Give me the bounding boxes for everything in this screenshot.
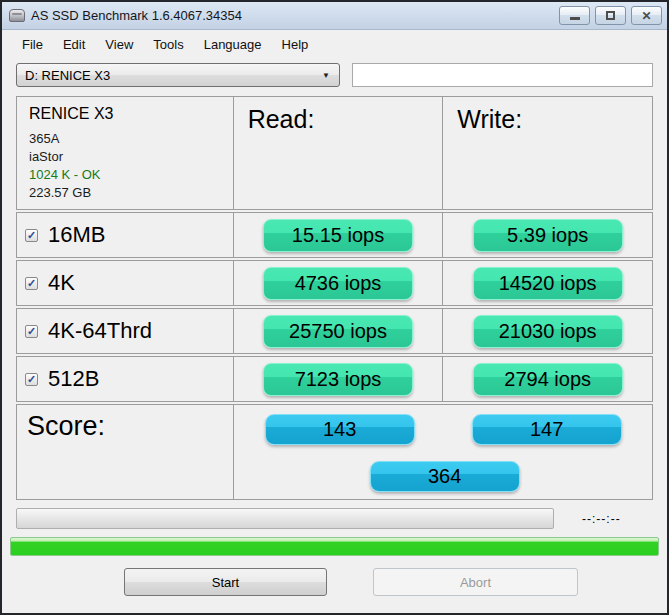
start-button[interactable]: Start (124, 568, 327, 596)
drive-selector-dropdown[interactable]: D: RENICE X3 ▼ (16, 63, 340, 87)
read-result-badge: 15.15 iops (263, 219, 413, 252)
benchmark-table: RENICE X3 365A iaStor 1024 K - OK 223.57… (16, 96, 653, 500)
menu-language[interactable]: Language (194, 34, 272, 55)
test-row-4k-64thrd: ✓ 4K-64Thrd 25750 iops 21030 iops (16, 308, 653, 354)
checkbox-16mb[interactable]: ✓ (25, 229, 38, 242)
progress-row: --:--:-- (16, 508, 653, 529)
drive-firmware: 365A (29, 130, 223, 148)
score-total-badge: 364 (370, 461, 520, 492)
test-label: 16MB (48, 222, 105, 248)
minimize-button[interactable] (559, 6, 590, 25)
menu-view[interactable]: View (95, 34, 143, 55)
read-column-header: Read: (234, 97, 315, 134)
test-row-4k: ✓ 4K 4736 iops 14520 iops (16, 260, 653, 306)
test-progress-bar (16, 508, 554, 529)
read-column-header-cell: Read: (233, 96, 444, 210)
read-value-cell: 15.15 iops (233, 212, 444, 258)
menu-file[interactable]: File (12, 34, 53, 55)
read-value-cell: 25750 iops (233, 308, 444, 354)
menu-help[interactable]: Help (272, 34, 319, 55)
score-row: Score: 143 147 364 (16, 404, 653, 500)
drive-info-panel: RENICE X3 365A iaStor 1024 K - OK 223.57… (16, 96, 234, 210)
caption-buttons: ✕ (559, 6, 662, 25)
title-bar: AS SSD Benchmark 1.6.4067.34354 ✕ (2, 2, 667, 30)
test-label-cell: ✓ 4K-64Thrd (16, 308, 234, 354)
read-result-badge: 7123 iops (263, 363, 413, 396)
write-value-cell: 21030 iops (442, 308, 653, 354)
minimize-icon (570, 17, 580, 20)
test-label: 4K-64Thrd (48, 318, 152, 344)
score-read-badge: 143 (265, 414, 415, 445)
score-values-cell: 143 147 364 (233, 404, 653, 500)
test-label: 4K (48, 270, 75, 296)
menu-edit[interactable]: Edit (53, 34, 95, 55)
write-result-badge: 21030 iops (473, 315, 623, 348)
read-value-cell: 7123 iops (233, 356, 444, 402)
write-value-cell: 2794 iops (442, 356, 653, 402)
checkbox-4k[interactable]: ✓ (25, 277, 38, 290)
close-button[interactable]: ✕ (631, 6, 662, 25)
score-label: Score: (17, 405, 233, 442)
score-label-cell: Score: (16, 404, 234, 500)
score-write-badge: 147 (472, 414, 622, 445)
toolbar: D: RENICE X3 ▼ (2, 58, 667, 91)
action-buttons: Start Abort (2, 568, 667, 598)
app-drive-icon (9, 9, 25, 22)
test-row-16mb: ✓ 16MB 15.15 iops 5.39 iops (16, 212, 653, 258)
test-row-512b: ✓ 512B 7123 iops 2794 iops (16, 356, 653, 402)
menu-bar: File Edit View Tools Language Help (2, 30, 667, 58)
read-result-badge: 4736 iops (263, 267, 413, 300)
checkbox-512b[interactable]: ✓ (25, 373, 38, 386)
drive-name: RENICE X3 (29, 105, 223, 123)
maximize-icon (606, 11, 615, 20)
test-label-cell: ✓ 512B (16, 356, 234, 402)
write-result-badge: 2794 iops (473, 363, 623, 396)
overall-progress-bar (10, 537, 659, 556)
write-value-cell: 14520 iops (442, 260, 653, 306)
write-column-header-cell: Write: (442, 96, 653, 210)
chevron-down-icon: ▼ (322, 71, 339, 80)
drive-selector-value: D: RENICE X3 (17, 68, 322, 83)
write-column-header: Write: (443, 97, 522, 134)
test-label: 512B (48, 366, 99, 392)
menu-tools[interactable]: Tools (143, 34, 193, 55)
close-icon: ✕ (641, 10, 651, 22)
checkbox-4k-64thrd[interactable]: ✓ (25, 325, 38, 338)
window-title: AS SSD Benchmark 1.6.4067.34354 (31, 8, 242, 23)
write-result-badge: 5.39 iops (473, 219, 623, 252)
drive-driver: iaStor (29, 148, 223, 166)
maximize-button[interactable] (595, 6, 626, 25)
info-field[interactable] (352, 63, 653, 87)
header-row: RENICE X3 365A iaStor 1024 K - OK 223.57… (16, 96, 653, 210)
write-result-badge: 14520 iops (473, 267, 623, 300)
drive-capacity: 223.57 GB (29, 184, 223, 202)
read-value-cell: 4736 iops (233, 260, 444, 306)
write-value-cell: 5.39 iops (442, 212, 653, 258)
test-label-cell: ✓ 4K (16, 260, 234, 306)
test-label-cell: ✓ 16MB (16, 212, 234, 258)
elapsed-time: --:--:-- (582, 512, 621, 526)
drive-alignment-status: 1024 K - OK (29, 166, 223, 184)
abort-button[interactable]: Abort (373, 568, 578, 596)
read-result-badge: 25750 iops (263, 315, 413, 348)
app-window: AS SSD Benchmark 1.6.4067.34354 ✕ File E… (0, 0, 669, 615)
